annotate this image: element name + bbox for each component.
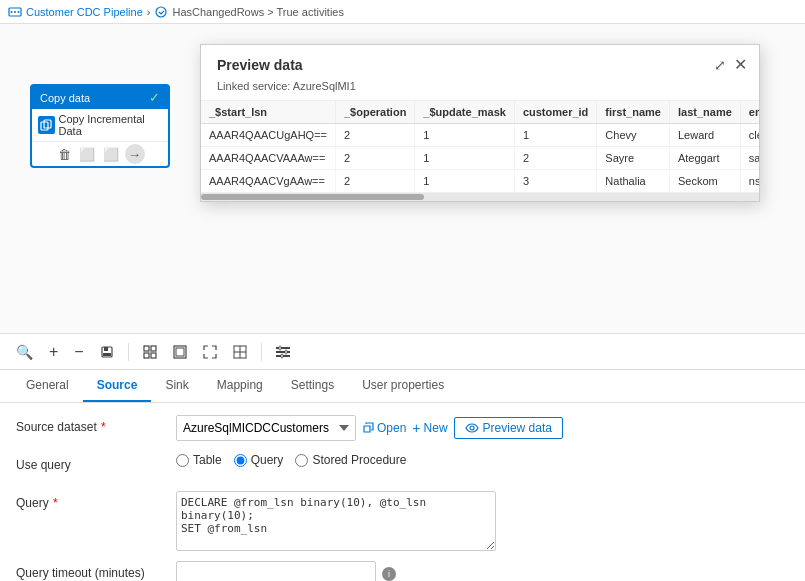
node-more-btn[interactable]: ⬜ [101, 144, 121, 164]
preview-close-btn[interactable]: ✕ [734, 55, 747, 74]
grid-btn[interactable] [229, 343, 251, 361]
source-dataset-select[interactable]: AzureSqlMICDCCustomers [176, 415, 356, 441]
node-copy-btn[interactable]: ⬜ [77, 144, 97, 164]
radio-stored-procedure[interactable]: Stored Procedure [295, 453, 406, 467]
settings-panel: Source dataset * AzureSqlMICDCCustomers … [0, 403, 805, 581]
table-row: AAAR4QAACVAAAw==212SayreAteggartsateggar… [201, 147, 759, 170]
svg-rect-22 [279, 346, 281, 350]
required-star: * [98, 420, 106, 434]
query-control: DECLARE @from_lsn binary(10), @to_lsn bi… [176, 491, 789, 551]
radio-query[interactable]: Query [234, 453, 284, 467]
query-label: Query * [16, 491, 176, 510]
copy-node-check: ✓ [149, 90, 160, 105]
remove-btn[interactable]: − [70, 341, 87, 363]
tab-settings[interactable]: Settings [277, 370, 348, 402]
preview-modal: Preview data ⤢ ✕ Linked service: AzureSq… [200, 44, 760, 202]
svg-rect-20 [276, 351, 290, 353]
source-dataset-control: AzureSqlMICDCCustomers Open + New Previe… [176, 415, 789, 441]
query-timeout-info[interactable]: i [382, 567, 396, 581]
preview-table-body: AAAR4QAACUgAHQ==211ChevyLewardcleward0@m… [201, 124, 759, 193]
query-row: Query * DECLARE @from_lsn binary(10), @t… [16, 491, 789, 551]
query-timeout-control: i [176, 561, 789, 581]
col-customer-id: customer_id [514, 101, 596, 124]
table-cell: 1 [415, 170, 515, 193]
expand-btn[interactable] [199, 343, 221, 361]
svg-rect-12 [144, 353, 149, 358]
table-cell: 1 [415, 124, 515, 147]
frame-btn[interactable] [169, 343, 191, 361]
radio-table-input[interactable] [176, 454, 189, 467]
table-cell: 2 [336, 124, 415, 147]
table-cell: 1 [514, 124, 596, 147]
tab-mapping[interactable]: Mapping [203, 370, 277, 402]
save-btn[interactable] [96, 343, 118, 361]
svg-point-2 [14, 11, 16, 13]
query-required: * [50, 496, 58, 510]
toolbar-sep2 [261, 343, 262, 361]
svg-rect-9 [103, 353, 111, 356]
toolbar: 🔍 + − [0, 334, 805, 370]
table-cell: Seckom [669, 170, 740, 193]
tab-user-properties[interactable]: User properties [348, 370, 458, 402]
copy-node-icon [38, 116, 55, 134]
node-connect-btn[interactable]: → [125, 144, 145, 164]
preview-scrollbar[interactable] [201, 193, 759, 201]
preview-table-head: _$start_lsn _$operation _$update_mask cu… [201, 101, 759, 124]
tab-source[interactable]: Source [83, 370, 152, 402]
copy-node-title: Copy data [40, 92, 90, 104]
col-email: email [740, 101, 759, 124]
use-query-row: Use query Table Query Stored Procedure [16, 453, 789, 481]
table-cell: 2 [514, 147, 596, 170]
svg-rect-8 [104, 347, 108, 351]
copy-node-body: Copy Incremental Data [32, 109, 168, 141]
table-cell: Nathalia [597, 170, 670, 193]
radio-query-input[interactable] [234, 454, 247, 467]
svg-rect-11 [151, 346, 156, 351]
search-btn[interactable]: 🔍 [12, 342, 37, 362]
breadcrumb-pipeline[interactable]: Customer CDC Pipeline [26, 6, 143, 18]
query-textarea[interactable]: DECLARE @from_lsn binary(10), @to_lsn bi… [176, 491, 496, 551]
radio-group: Table Query Stored Procedure [176, 453, 406, 467]
pipeline-icon [8, 5, 22, 19]
table-cell: 1 [415, 147, 515, 170]
open-btn[interactable]: Open [362, 421, 406, 435]
preview-expand-btn[interactable]: ⤢ [714, 55, 726, 74]
table-cell: nseckom2@blogger.com [740, 170, 759, 193]
svg-rect-10 [144, 346, 149, 351]
table-cell: Sayre [597, 147, 670, 170]
table-cell: AAAR4QAACVAAAw== [201, 147, 336, 170]
activity-icon [154, 5, 168, 19]
preview-data-btn[interactable]: Preview data [454, 417, 563, 439]
node-delete-btn[interactable]: 🗑 [56, 144, 73, 164]
table-cell: 2 [336, 147, 415, 170]
breadcrumb-sep1: › [147, 6, 151, 18]
query-timeout-label: Query timeout (minutes) [16, 561, 176, 580]
preview-scrollbar-thumb [201, 194, 424, 200]
preview-modal-title: Preview data [217, 57, 303, 73]
preview-table: _$start_lsn _$operation _$update_mask cu… [201, 101, 759, 193]
table-row: AAAR4QAACUgAHQ==211ChevyLewardcleward0@m… [201, 124, 759, 147]
select-all-btn[interactable] [139, 343, 161, 361]
preview-linked-service: Linked service: AzureSqlMI1 [201, 78, 759, 100]
add-btn[interactable]: + [45, 341, 62, 363]
radio-table[interactable]: Table [176, 453, 222, 467]
preview-modal-controls: ⤢ ✕ [714, 55, 747, 74]
use-query-label: Use query [16, 453, 176, 472]
new-btn[interactable]: + New [412, 420, 447, 436]
table-cell: Leward [669, 124, 740, 147]
radio-sp-input[interactable] [295, 454, 308, 467]
col-update-mask: _$update_mask [415, 101, 515, 124]
table-cell: Ateggart [669, 147, 740, 170]
col-last-name: last_name [669, 101, 740, 124]
source-dataset-row: Source dataset * AzureSqlMICDCCustomers … [16, 415, 789, 443]
query-timeout-input[interactable] [176, 561, 376, 581]
source-dataset-label: Source dataset * [16, 415, 176, 434]
toolbar-sep1 [128, 343, 129, 361]
tab-general[interactable]: General [12, 370, 83, 402]
settings-btn[interactable] [272, 343, 294, 361]
table-cell: AAAR4QAACVgAAw== [201, 170, 336, 193]
table-cell: cleward0@mapy.cz [740, 124, 759, 147]
tab-sink[interactable]: Sink [151, 370, 202, 402]
copy-node[interactable]: Copy data ✓ Copy Incremental Data 🗑 ⬜ ⬜ … [30, 84, 170, 168]
table-row: AAAR4QAACVgAAw==213NathaliaSeckomnseckom… [201, 170, 759, 193]
